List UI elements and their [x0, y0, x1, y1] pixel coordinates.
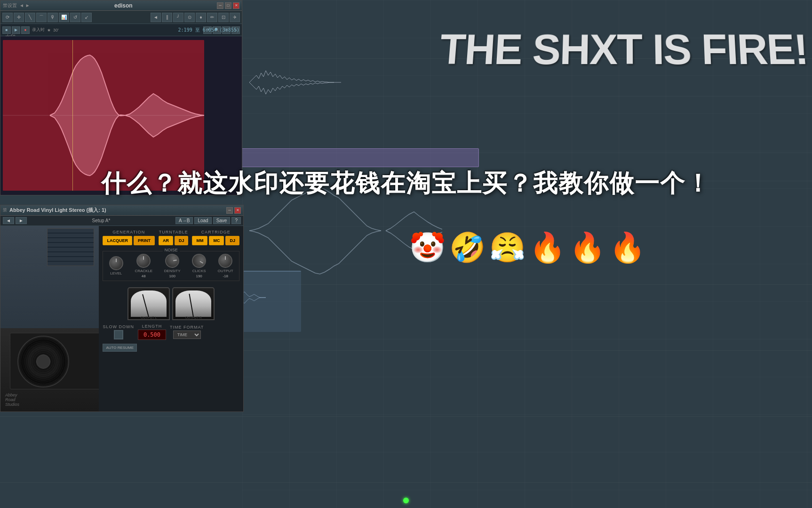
window-controls[interactable]: ─ □ ✕: [217, 2, 239, 9]
tool-btn-11[interactable]: ╯: [173, 13, 183, 22]
save-btn[interactable]: Save: [213, 217, 231, 224]
maximize-btn[interactable]: □: [225, 2, 231, 9]
bottom-controls: SLOW DOWN LENGTH 0.500 TIME FORMAT TIME …: [103, 324, 239, 352]
clown-emoji: 🤡: [409, 231, 446, 265]
vinyl-controls-panel: GENERATION LACQUER PRINT TURNTABLE AR DJ…: [99, 226, 243, 411]
close-btn[interactable]: ✕: [233, 2, 239, 9]
auto-resume-btn[interactable]: AUTO RESUME: [103, 344, 137, 352]
transport-play[interactable]: ▶: [12, 26, 20, 34]
density-knob-group: DENSITY 100: [164, 254, 181, 278]
tool-btn-15[interactable]: ⊡: [218, 13, 229, 22]
time-value: 30': [53, 28, 59, 32]
tool-btn-7[interactable]: ↺: [70, 13, 80, 22]
clicks-knob[interactable]: [190, 251, 209, 271]
load-btn[interactable]: Load: [194, 217, 211, 224]
nav-prev-btn[interactable]: ◄: [3, 217, 14, 224]
output-r-meter: OUTPUT R: [172, 287, 215, 320]
slow-down-toggle[interactable]: [114, 330, 123, 339]
tool-btn-12[interactable]: ⊙: [184, 13, 195, 22]
tool-btn-6[interactable]: 📊: [59, 13, 69, 22]
vinyl-turntable-image: AbbeyRoadStudios: [0, 226, 99, 411]
turntable-ar-btn[interactable]: AR: [159, 236, 173, 245]
tool-btn-10[interactable]: ‖: [162, 13, 172, 22]
cartridge-label: CARTRIDGE: [201, 230, 231, 234]
edison-titlebar[interactable]: 禁设置 ◄ ► edison ─ □ ✕: [0, 0, 242, 11]
noise-section: NOISE LEVEL CRACKLE 48 DENSITY: [103, 251, 239, 281]
tool-btn-14[interactable]: ✏: [207, 13, 217, 22]
track-row-8: [0, 417, 812, 483]
cartridge-mm-btn[interactable]: MM: [192, 236, 207, 245]
cartridge-mc-btn[interactable]: MC: [209, 236, 224, 245]
length-label: LENGTH: [142, 324, 162, 329]
angry-emoji: 😤: [489, 231, 525, 265]
cartridge-dj-btn[interactable]: DJ: [225, 236, 239, 245]
position-display: 2:199 至 6:054 (3:855): [178, 27, 239, 33]
top-audio-clip[interactable]: [249, 59, 341, 106]
output-l-meter: OUTPUT L: [127, 287, 170, 320]
tool-btn-9[interactable]: ◄: [151, 13, 161, 22]
turntable-dj-btn[interactable]: DJ: [175, 236, 189, 245]
transport-record[interactable]: ●: [21, 26, 30, 34]
turntable-label: TURNTABLE: [159, 230, 188, 234]
fire-emoji-2: 🔥: [569, 231, 605, 265]
transport-stop[interactable]: ■: [2, 26, 11, 34]
tool-btn-16[interactable]: ✈: [230, 13, 240, 22]
record-mode-label: 录入时: [32, 27, 45, 33]
slow-down-label: SLOW DOWN: [103, 324, 134, 329]
nav-next-btn[interactable]: ►: [16, 217, 27, 224]
edison-title: edison: [114, 2, 133, 9]
crackle-knob-group: CRACKLE 48: [135, 254, 152, 278]
vinyl-titlebar[interactable]: 禁 Abbey Road Vinyl Light Stereo (插入: 1) …: [0, 205, 243, 216]
clicks-knob-group: CLICKS 190: [192, 254, 206, 278]
vu-meters: OUTPUT L OUTPUT R: [103, 287, 239, 320]
lacquer-btn[interactable]: LACQUER: [103, 236, 132, 245]
emoji-row: 🤡 🤣 😤 🔥 🔥 🔥: [409, 231, 645, 265]
vinyl-title: Abbey Road Vinyl Light Stereo (插入: 1): [9, 207, 106, 214]
tool-btn-8[interactable]: ↙: [81, 13, 92, 22]
tool-btn-3[interactable]: ╲: [25, 13, 35, 22]
preset-label: Setup A*: [28, 218, 174, 223]
time-format-select[interactable]: TIME BEATS: [173, 331, 201, 339]
level-knob[interactable]: [109, 256, 123, 270]
length-display[interactable]: 0.500: [138, 330, 166, 340]
print-btn[interactable]: PRINT: [134, 236, 155, 245]
density-knob[interactable]: [164, 253, 181, 269]
chinese-subtitle: 什么？就这水印还要花钱在淘宝上买？我教你做一个！: [0, 167, 812, 200]
help-btn[interactable]: ?: [231, 217, 241, 224]
minimize-btn[interactable]: ─: [217, 2, 223, 9]
vinyl-main-area: AbbeyRoadStudios GENERATION LACQUER PRIN…: [0, 226, 243, 411]
output-knob-group: OUTPUT -18: [218, 254, 233, 278]
generation-label: GENERATION: [112, 230, 145, 234]
tool-btn-1[interactable]: ⟳: [2, 13, 13, 22]
tool-btn-2[interactable]: ✛: [14, 13, 24, 22]
tool-btn-5[interactable]: 🎙: [48, 13, 58, 22]
tool-btn-4[interactable]: ⌒: [36, 13, 47, 22]
fire-text-overlay: THE SHXT IS FIRE!: [438, 29, 809, 71]
vinyl-toolbar[interactable]: ◄ ► Setup A* A→B Load Save ?: [0, 216, 243, 226]
noise-knobs: LEVEL CRACKLE 48 DENSITY 100: [105, 254, 237, 278]
output-knob[interactable]: [218, 254, 232, 268]
vinyl-minimize-btn[interactable]: ─: [226, 207, 233, 214]
ab-btn[interactable]: A→B: [175, 217, 193, 224]
edison-window: 禁设置 ◄ ► edison ─ □ ✕ ⟳ ✛ ╲ ⌒ 🎙 📊 ↺ ↙ ◄ ‖…: [0, 0, 242, 195]
edison-toolbar-1[interactable]: ⟳ ✛ ╲ ⌒ 🎙 📊 ↺ ↙ ◄ ‖ ╯ ⊙ ♦ ✏ ⊡ ✈: [0, 11, 242, 24]
fire-emoji-1: 🔥: [529, 231, 565, 265]
rofl-emoji: 🤣: [449, 231, 486, 265]
vinyl-close-btn[interactable]: ✕: [234, 207, 241, 214]
crackle-knob[interactable]: [136, 254, 151, 268]
vinyl-window-controls[interactable]: ─ ✕: [226, 207, 241, 214]
status-indicator: [403, 498, 409, 503]
vinyl-plugin-window: 禁 Abbey Road Vinyl Light Stereo (插入: 1) …: [0, 205, 244, 412]
tool-btn-13[interactable]: ♦: [196, 13, 206, 22]
time-format-label: TIME FORMAT: [170, 325, 204, 330]
noise-label: NOISE: [163, 248, 180, 252]
level-knob-group: LEVEL: [109, 256, 123, 276]
fire-emoji-3: 🔥: [609, 231, 645, 265]
